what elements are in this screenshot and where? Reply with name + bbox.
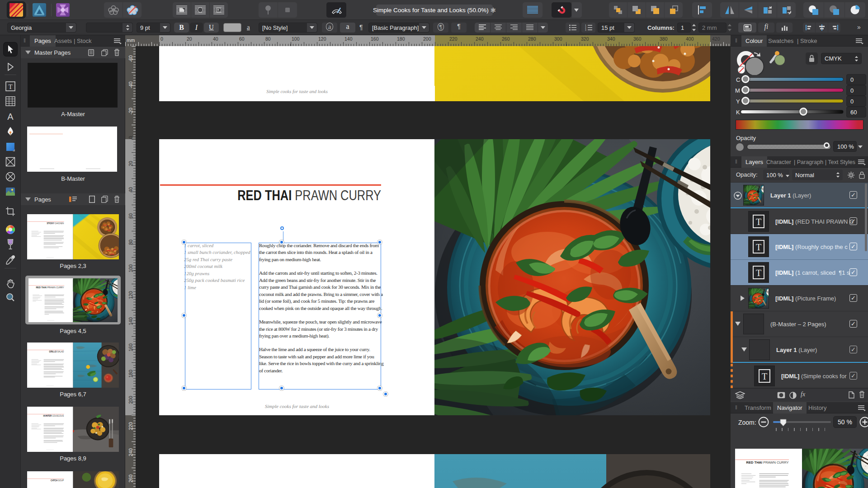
svg-text:T: T (756, 268, 761, 278)
svg-text:T: T (756, 217, 761, 227)
svg-text:T: T (8, 83, 12, 90)
svg-text:T: T (762, 371, 767, 381)
svg-text:T: T (756, 242, 761, 252)
svg-text:A: A (7, 112, 14, 121)
svg-text:3: 3 (585, 28, 586, 31)
